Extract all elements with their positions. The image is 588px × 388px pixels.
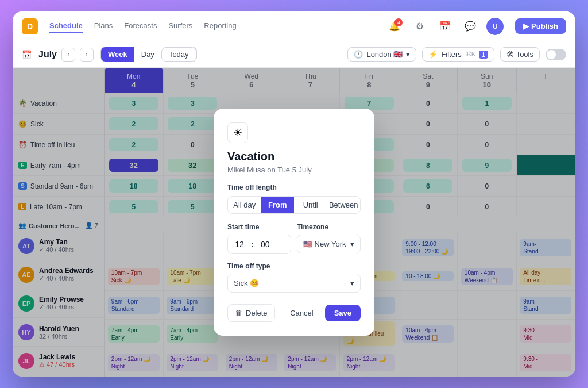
chevron-down-icon: ▾: [350, 240, 354, 248]
start-time-label: Start time: [227, 223, 291, 231]
filter-button[interactable]: ⚡ Filters ⌘K 1: [422, 47, 494, 62]
nav-schedule[interactable]: Schedule: [49, 19, 83, 33]
help-button[interactable]: 💬: [461, 17, 479, 36]
notification-badge: 4: [394, 18, 403, 26]
time-off-length-label: Time off length: [227, 183, 361, 191]
location-selector[interactable]: 🕐 London 🇬🇧 ▾: [347, 47, 416, 62]
nav-right: 🔔 4 ⚙ 📅 💬 U: [385, 17, 504, 36]
time-off-type-label: Time off type: [227, 262, 361, 270]
modal-overlay[interactable]: ☀ Vacation Mikel Musa on Tue 5 July Time…: [13, 68, 575, 377]
modal-sun-icon: ☀: [227, 122, 248, 143]
nav-links: Schedule Plans Forecasts Surfers Reporti…: [49, 19, 374, 33]
nav-surfers[interactable]: Surfers: [168, 19, 192, 33]
modal-actions: 🗑 Delete Cancel Save: [227, 304, 361, 322]
tab-from[interactable]: From: [261, 197, 295, 213]
modal-title: Vacation: [227, 150, 361, 163]
timezone-value: 🇺🇸 New York: [303, 240, 346, 248]
next-month-button[interactable]: ›: [80, 48, 94, 62]
filter-key: ⌘K: [465, 51, 475, 58]
app-logo: D: [22, 18, 38, 34]
chevron-down-icon: ▾: [406, 50, 410, 59]
location-icon: 🕐: [354, 50, 363, 59]
calendar-icon: 📅: [22, 50, 32, 59]
settings-button[interactable]: ⚙: [411, 17, 429, 36]
time-off-tab-group: All day From Until Between: [227, 196, 361, 214]
timezone-label: Timezone: [297, 223, 361, 231]
save-button[interactable]: Save: [325, 305, 361, 321]
toolbar: 📅 July ‹ › Week Day Today 🕐 London 🇬🇧 ▾ …: [13, 41, 575, 68]
tab-all-day[interactable]: All day: [228, 197, 261, 213]
nav-reporting[interactable]: Reporting: [204, 19, 236, 33]
tab-until[interactable]: Until: [294, 197, 327, 213]
month-label: July: [38, 49, 57, 60]
week-view-button[interactable]: Week: [101, 47, 134, 62]
delete-button[interactable]: 🗑 Delete: [227, 304, 275, 322]
minute-input[interactable]: [254, 235, 277, 253]
timezone-group: Timezone 🇺🇸 New York ▾: [297, 223, 361, 254]
action-buttons: Cancel Save: [283, 305, 361, 321]
tab-between[interactable]: Between: [327, 197, 361, 213]
calendar-button[interactable]: 📅: [436, 17, 454, 36]
time-timezone-row: Start time : Timezone 🇺🇸 New York ▾: [227, 223, 361, 254]
nav-forecasts[interactable]: Forecasts: [124, 19, 157, 33]
tools-label: 🛠 Tools: [506, 50, 533, 59]
chevron-down-icon-type: ▾: [350, 279, 354, 287]
time-input-group: :: [227, 235, 291, 254]
tools-button[interactable]: 🛠 Tools: [500, 47, 540, 62]
modal-subtitle: Mikel Musa on Tue 5 July: [227, 166, 361, 174]
toggle-switch[interactable]: [546, 49, 566, 60]
notifications-button[interactable]: 🔔 4: [385, 17, 404, 36]
filter-label: Filters: [441, 50, 461, 59]
nav-plans[interactable]: Plans: [94, 19, 113, 33]
prev-month-button[interactable]: ‹: [61, 48, 75, 62]
hour-input[interactable]: [228, 235, 251, 253]
start-time-group: Start time :: [227, 223, 291, 254]
trash-icon: 🗑: [235, 309, 242, 317]
month-navigation: July ‹ ›: [38, 48, 94, 62]
delete-label: Delete: [246, 309, 268, 317]
timezone-select[interactable]: 🇺🇸 New York ▾: [297, 235, 361, 253]
vacation-modal: ☀ Vacation Mikel Musa on Tue 5 July Time…: [214, 109, 374, 336]
location-text: London 🇬🇧: [366, 50, 403, 59]
today-button[interactable]: Today: [161, 47, 196, 62]
navbar: D Schedule Plans Forecasts Surfers Repor…: [13, 11, 575, 41]
user-avatar[interactable]: U: [486, 18, 504, 35]
time-off-type-value: Sick 🤒: [234, 279, 259, 287]
day-view-button[interactable]: Day: [134, 47, 161, 62]
toolbar-right: 🕐 London 🇬🇧 ▾ ⚡ Filters ⌘K 1 🛠 Tools: [347, 47, 566, 62]
filter-icon: ⚡: [428, 50, 438, 59]
time-off-type-select[interactable]: Sick 🤒 ▾: [227, 274, 361, 293]
cancel-button[interactable]: Cancel: [283, 305, 320, 321]
publish-button[interactable]: ▶ Publish: [515, 18, 566, 34]
view-selector: Week Day Today: [100, 47, 197, 62]
filter-count-badge: 1: [479, 51, 488, 59]
main-content: Mon 4 Tue 5 Wed 6: [13, 68, 575, 377]
